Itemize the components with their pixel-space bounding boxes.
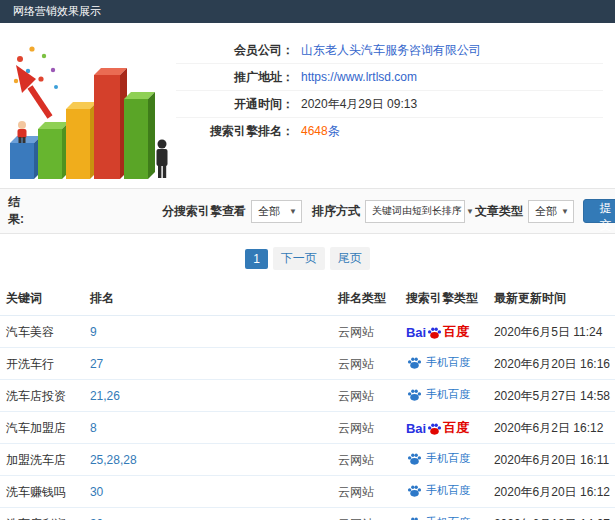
rank-cell: 27 [84,348,332,380]
info-row-company: 会员公司： 山东老人头汽车服务咨询有限公司 [176,37,603,64]
table-row: 汽车美容 9 云网站 Bai百度 手机百度 2020年6月5日 11:24 [0,316,615,348]
url-label: 推广地址： [176,69,294,86]
table-row: 加盟洗车店 25,28,28 云网站 Bai百度 手机百度 2020年6月20日… [0,444,615,476]
article-type-label: 文章类型 [475,203,523,220]
updated-cell: 2020年6月2日 16:12 [488,412,615,444]
rank-cell: 8 [84,412,332,444]
mobile-baidu-label: 手机百度 [426,387,470,402]
chevron-down-icon: ▼ [561,207,569,216]
rank-value-link[interactable]: 9 [90,325,97,339]
mobile-baidu-paw-icon [407,355,422,370]
sort-select[interactable]: 关键词由短到长排序 ▼ [365,200,465,223]
rank-type-cell: 云网站 [332,508,400,520]
page-current[interactable]: 1 [245,249,268,269]
open-time-label: 开通时间： [176,96,294,113]
chevron-down-icon: ▼ [289,207,297,216]
updated-cell: 2020年5月27日 14:58 [488,380,615,412]
mobile-baidu-label: 手机百度 [426,451,470,466]
submit-button[interactable]: 提交 [583,199,615,223]
rank-count-label: 搜索引擎排名： [176,123,294,140]
rank-type-cell: 云网站 [332,316,400,348]
table-header-row: 关键词 排名 排名类型 搜索引擎类型 最新更新时间 [0,282,615,316]
mobile-baidu-paw-icon [407,387,422,402]
updated-cell: 2020年6月5日 11:24 [488,316,615,348]
engine-cell: Bai百度 手机百度 [400,412,488,444]
results-label: 结果: [8,194,24,228]
results-filter-bar: 结果: 分搜索引擎查看 全部 ▼ 排序方式 关键词由短到长排序 ▼ 文章类型 全… [0,188,615,234]
rank-cell: 21,26 [84,380,332,412]
mobile-baidu-logo: 手机百度 [406,355,470,370]
updated-cell: 2020年6月20日 16:11 [488,444,615,476]
page-next-button[interactable]: 下一页 [273,247,325,270]
mobile-baidu-logo: 手机百度 [406,387,470,402]
search-engine-logo: Bai百度 手机百度 [406,483,470,498]
rank-count-number: 4648 [301,124,328,138]
table-row: 汽车加盟店 8 云网站 Bai百度 手机百度 2020年6月2日 16:12 [0,412,615,444]
baidu-logo-bai: Bai [406,325,426,340]
header-updated: 最新更新时间 [488,282,615,316]
rank-value-link[interactable]: 27 [90,357,103,371]
rank-count-value: 4648条 [301,123,340,140]
keyword-cell: 洗车店利润 [0,508,84,520]
rank-type-cell: 云网站 [332,380,400,412]
illustration-panel [4,29,176,184]
baidu-paw-icon [427,421,442,436]
mobile-baidu-label: 手机百度 [426,355,470,370]
keyword-cell: 洗车店投资 [0,380,84,412]
rank-value-link[interactable]: 25,28,28 [90,453,137,467]
rank-type-cell: 云网站 [332,476,400,508]
company-link[interactable]: 山东老人头汽车服务咨询有限公司 [301,42,481,59]
mobile-baidu-logo: 手机百度 [406,483,470,498]
baidu-logo-du: 百度 [443,419,469,437]
search-engine-logo: Bai百度 手机百度 [406,387,470,402]
bar-chart-illustration [4,29,176,181]
mobile-baidu-label: 手机百度 [426,483,470,498]
info-row-open-time: 开通时间： 2020年4月29日 09:13 [176,91,603,118]
baidu-logo-du: 百度 [443,323,469,341]
engine-cell: Bai百度 手机百度 [400,508,488,520]
engine-select-value: 全部 [258,204,280,219]
rank-cell: 25,28,28 [84,444,332,476]
mobile-baidu-logo: 手机百度 [406,451,470,466]
header-engine-type: 搜索引擎类型 [400,282,488,316]
engine-cell: Bai百度 手机百度 [400,380,488,412]
baidu-logo-bai: Bai [406,421,426,436]
engine-select[interactable]: 全部 ▼ [251,200,302,223]
rank-type-cell: 云网站 [332,348,400,380]
page-last-button[interactable]: 尾页 [330,247,370,270]
keyword-cell: 加盟洗车店 [0,444,84,476]
search-engine-logo: Bai百度 手机百度 [406,323,469,341]
mobile-baidu-paw-icon [407,483,422,498]
keyword-cell: 汽车加盟店 [0,412,84,444]
mobile-baidu-paw-icon [407,515,422,520]
engine-view-label: 分搜索引擎查看 [162,203,246,220]
table-row: 开洗车行 27 云网站 Bai百度 手机百度 2020年6月20日 16:16 [0,348,615,380]
rank-cell: 9 [84,316,332,348]
rank-value-link[interactable]: 21,26 [90,389,120,403]
engine-cell: Bai百度 手机百度 [400,444,488,476]
table-row: 洗车店投资 21,26 云网站 Bai百度 手机百度 2020年5月27日 14… [0,380,615,412]
member-info-fields: 会员公司： 山东老人头汽车服务咨询有限公司 推广地址： https://www.… [176,37,603,184]
info-row-rank-count: 搜索引擎排名： 4648条 [176,118,603,145]
rank-type-cell: 云网站 [332,444,400,476]
search-engine-logo: Bai百度 手机百度 [406,515,470,520]
search-engine-logo: Bai百度 手机百度 [406,451,470,466]
rank-type-cell: 云网站 [332,412,400,444]
chevron-down-icon: ▼ [466,207,474,216]
baidu-paw-icon [427,325,442,340]
rank-value-link[interactable]: 30 [90,485,103,499]
table-row: 洗车赚钱吗 30 云网站 Bai百度 手机百度 2020年6月20日 16:12 [0,476,615,508]
results-table: 关键词 排名 排名类型 搜索引擎类型 最新更新时间 汽车美容 9 云网站 Bai… [0,282,615,520]
sort-label: 排序方式 [312,203,360,220]
table-row: 洗车店利润 30 云网站 Bai百度 手机百度 2020年6月18日 14:27 [0,508,615,520]
updated-cell: 2020年6月18日 14:27 [488,508,615,520]
keyword-cell: 汽车美容 [0,316,84,348]
promotion-url-link[interactable]: https://www.lrtlsd.com [301,70,417,84]
engine-cell: Bai百度 手机百度 [400,348,488,380]
rank-value-link[interactable]: 8 [90,421,97,435]
keyword-cell: 开洗车行 [0,348,84,380]
company-label: 会员公司： [176,42,294,59]
info-row-url: 推广地址： https://www.lrtlsd.com [176,64,603,91]
header-rank-type: 排名类型 [332,282,400,316]
article-type-select[interactable]: 全部 ▼ [528,200,574,223]
